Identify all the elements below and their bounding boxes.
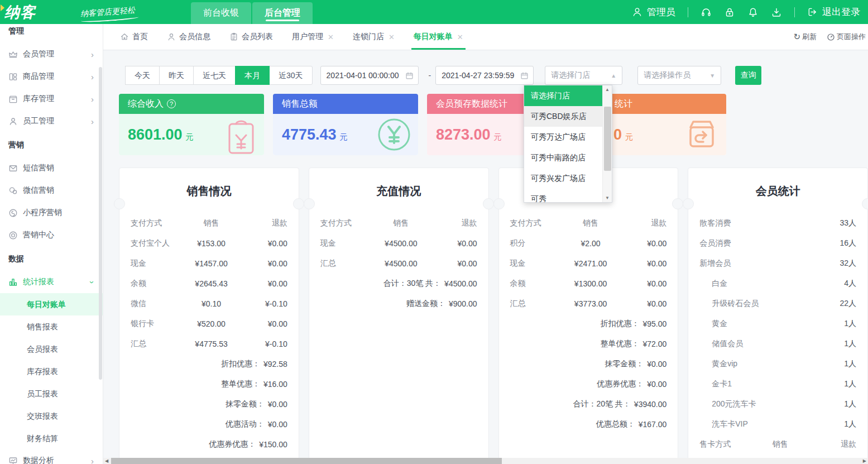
start-date-input[interactable]: 2021-04-01 00:00:00 <box>320 66 419 85</box>
table-body: 支付宝个人 ¥153.00 ¥0.00 现金 ¥1457.00 ¥0.00 余额 <box>119 233 299 354</box>
close-icon[interactable]: ✕ <box>457 33 463 41</box>
scroll-down-icon[interactable]: ▼ <box>603 195 612 200</box>
summary-cards: 综合收入? 8601.00 元 销售总额 4775.43 元 会员预存数据统计 … <box>119 94 868 155</box>
sidebar-item-wechat-marketing[interactable]: 微信营销 <box>0 179 103 202</box>
dropdown-scrollbar[interactable]: ▲ ▼ <box>602 85 612 202</box>
date-range-button[interactable]: 近七天 <box>193 66 236 85</box>
close-icon[interactable]: ✕ <box>328 33 334 41</box>
sidebar-section-marketing: 营销 <box>0 132 103 157</box>
date-range-button[interactable]: 今天 <box>125 66 160 85</box>
stat-row: 200元洗车卡 1人 <box>688 394 867 414</box>
tab-member-info[interactable]: 会员信息 <box>167 24 210 50</box>
search-button[interactable]: 查询 <box>735 66 761 85</box>
scroll-right-icon[interactable]: ▶ <box>863 458 866 464</box>
logo-slogan: 纳客管店更轻松 <box>80 5 135 19</box>
refresh-icon: ↻ <box>793 32 800 42</box>
close-icon[interactable]: ✕ <box>389 33 395 41</box>
nav-backend-manage[interactable]: 后台管理 <box>252 2 313 24</box>
table-body: 积分 ¥2.00 ¥0.00 现金 ¥2471.00 ¥0.00 余额 <box>499 233 678 314</box>
sidebar-submenu-item[interactable]: 员工报表 <box>0 382 103 405</box>
horizontal-scrollbar[interactable]: ◀ ▶ <box>103 458 868 464</box>
date-range-button[interactable]: 本月 <box>235 66 270 85</box>
sidebar-item-staff-manage[interactable]: 员工管理› <box>0 110 103 132</box>
sidebar-submenu-item[interactable]: 销售报表 <box>0 315 103 338</box>
sidebar-scrollbar[interactable] <box>99 67 102 380</box>
caret-down-icon: ▼ <box>709 73 715 79</box>
sidebar-item-label: 微信营销 <box>23 185 54 195</box>
logo: 纳客 <box>0 2 78 22</box>
sidebar-item-label: 数据分析 <box>23 456 54 464</box>
scrollbar-thumb[interactable] <box>111 458 502 464</box>
table-row: 余额 ¥1300.00 ¥0.00 <box>499 274 678 294</box>
staff-icon <box>8 117 18 126</box>
tab-home[interactable]: 首页 <box>120 24 148 50</box>
sidebar-submenu-item[interactable]: 库存报表 <box>0 360 103 382</box>
tab-chain-store[interactable]: 连锁门店✕ <box>353 24 395 50</box>
page-ops-button[interactable]: 页面操作 <box>827 32 866 42</box>
table-row: 汇总 ¥4500.00 ¥0.00 <box>309 253 488 274</box>
stat-row: 洗车卡VIP 1人 <box>688 414 867 434</box>
summary-line: 优惠活动： ¥0.00 <box>119 414 299 434</box>
admin-user[interactable]: 管理员 <box>632 6 675 18</box>
scroll-up-icon[interactable]: ▲ <box>603 87 612 92</box>
card-sales-total: 销售总额 4775.43 元 <box>273 94 418 155</box>
panel-member-stats: 会员统计 散客消费 33人 会员消费 16人 <box>688 168 868 464</box>
refresh-button[interactable]: ↻ 刷新 <box>793 32 817 42</box>
store-dropdown-item[interactable]: 可秀万达广场店 <box>524 127 602 147</box>
store-dropdown-item[interactable]: 请选择门店 <box>524 85 602 106</box>
sidebar-item-goods-manage[interactable]: 商品管理› <box>0 65 103 88</box>
sidebar-submenu-item[interactable]: 财务结算 <box>0 427 103 449</box>
store-dropdown-menu: 请选择门店 可秀CBD娱乐店 可秀万达广场店 可秀中南路的店 可秀兴发广场店 可… <box>524 85 612 203</box>
sidebar-item-member-manage[interactable]: 会员管理› <box>0 43 103 65</box>
sidebar-item-miniapp-marketing[interactable]: 小程序营销 <box>0 202 103 224</box>
store-dropdown-item[interactable]: 可秀CBD娱乐店 <box>524 106 602 127</box>
start-date-value: 2021-04-01 00:00:00 <box>327 71 399 80</box>
sidebar-submenu-item[interactable]: 每日对账单 <box>0 293 103 315</box>
sidebar-submenu-item[interactable]: 会员报表 <box>0 338 103 360</box>
scroll-left-icon[interactable]: ◀ <box>105 458 108 464</box>
sidebar-item-sms-marketing[interactable]: 短信营销 <box>0 157 103 179</box>
date-range-button[interactable]: 近30天 <box>269 66 313 85</box>
summary-line: 抹零金额： ¥0.00 <box>499 354 678 374</box>
stat-row: 黄金 1人 <box>688 314 867 334</box>
table-row: 汇总 ¥4775.53 ¥-0.10 <box>119 334 299 354</box>
end-date-input[interactable]: 2021-04-27 23:59:59 <box>435 66 534 85</box>
summary-line: 整单优惠： ¥16.00 <box>119 374 299 394</box>
lock-icon[interactable] <box>724 7 735 18</box>
sidebar-item-marketing-center[interactable]: 营销中心 <box>0 224 103 246</box>
download-icon[interactable] <box>771 7 782 18</box>
store-select[interactable]: 请选择门店 ▲ <box>545 66 622 85</box>
card-unit: 元 <box>494 132 502 142</box>
bell-icon[interactable] <box>747 7 759 18</box>
summary-line: 合计：20笔 共： ¥3940.00 <box>499 394 678 414</box>
summary-line: 折扣优惠： ¥95.00 <box>499 314 678 334</box>
operator-select[interactable]: 请选择操作员 ▼ <box>637 66 721 85</box>
stat-row: 散客消费 33人 <box>688 213 867 233</box>
nav-front-cashier[interactable]: 前台收银 <box>191 2 251 24</box>
headset-icon[interactable] <box>701 7 712 18</box>
sidebar-item-inventory-manage[interactable]: 库存管理› <box>0 88 103 110</box>
sidebar-submenu-item[interactable]: 交班报表 <box>0 405 103 427</box>
card-total-income: 综合收入? 8601.00 元 <box>119 94 264 155</box>
store-dropdown-item[interactable]: 可秀 <box>524 189 602 202</box>
tab-label: 会员列表 <box>242 32 273 42</box>
panel-title: 充值情况 <box>309 168 488 199</box>
tab-tools: ↻ 刷新 页面操作 <box>793 32 866 42</box>
tab-daily-bill[interactable]: 每日对账单✕ <box>414 24 463 50</box>
divider <box>688 7 688 17</box>
table-row: 余额 ¥2645.43 ¥0.00 <box>119 274 299 294</box>
sidebar-item-report[interactable]: 统计报表› <box>0 271 103 293</box>
tab-member-list[interactable]: 会员列表 <box>229 24 273 50</box>
circle-yen-icon <box>377 117 411 152</box>
logout-button[interactable]: 退出登录 <box>807 6 860 18</box>
stat-row: 会员消费 16人 <box>688 233 867 253</box>
date-range-button[interactable]: 昨天 <box>159 66 194 85</box>
help-icon[interactable]: ? <box>167 99 176 108</box>
store-dropdown-item[interactable]: 可秀中南路的店 <box>524 147 602 168</box>
sidebar-item-data-analysis[interactable]: 数据分析› <box>0 449 103 464</box>
tab-user-manage[interactable]: 用户管理✕ <box>292 24 334 50</box>
panel-title: 会员统计 <box>688 168 867 199</box>
store-dropdown-item[interactable]: 可秀兴发广场店 <box>524 168 602 189</box>
scrollbar-thumb[interactable] <box>604 107 611 171</box>
filter-bar: 今天 昨天 近七天 本月 近30天 2021-04-01 00:00:00 - … <box>126 66 868 85</box>
